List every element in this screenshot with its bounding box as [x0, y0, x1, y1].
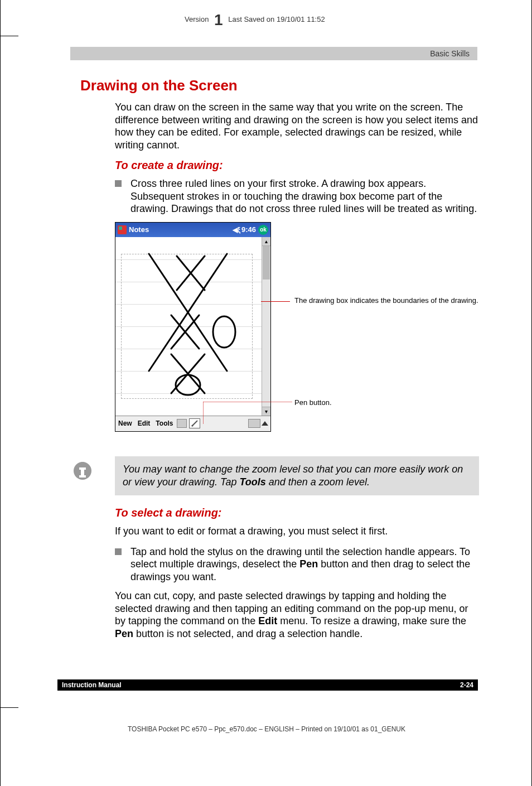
info-icon — [71, 459, 94, 483]
select-intro: If you want to edit or format a drawing,… — [115, 525, 479, 538]
tip-box: You may want to change the zoom level so… — [115, 456, 479, 496]
svg-rect-16 — [79, 475, 86, 478]
pda-app-title: Notes — [129, 225, 149, 234]
saved-timestamp: Last Saved on 19/10/01 11:52 — [228, 15, 325, 23]
pen-button-icon — [189, 418, 200, 428]
cassette-icon — [177, 419, 187, 428]
hand-drawn-strokes — [115, 237, 260, 416]
edit-paragraph: You can cut, copy, and paste selected dr… — [115, 590, 479, 640]
footer-page-number: 2-24 — [460, 681, 473, 689]
footer-left: Instruction Manual — [62, 681, 122, 689]
speaker-icon: ◀ξ — [233, 226, 240, 234]
pda-titlebar: Notes ◀ξ 9:46 ok — [115, 223, 270, 237]
page-title: Drawing on the Screen — [80, 77, 479, 94]
svg-rect-15 — [79, 467, 86, 470]
menu-new: New — [115, 419, 135, 427]
pda-time: 9:46 — [241, 225, 256, 234]
figure-pda: Notes ◀ξ 9:46 ok — [115, 222, 479, 445]
start-flag-icon — [118, 225, 127, 234]
bullet-item: Cross three ruled lines on your first st… — [115, 177, 479, 215]
bullet-text: Cross three ruled lines on your first st… — [130, 177, 479, 215]
svg-point-8 — [213, 316, 235, 348]
intro-paragraph: You can draw on the screen in the same w… — [115, 101, 479, 151]
scroll-up-icon: ▴ — [262, 237, 270, 246]
pda-screenshot: Notes ◀ξ 9:46 ok — [115, 222, 271, 432]
callout-pen-button: Pen button. — [294, 398, 332, 407]
bullet-item: Tap and hold the stylus on the drawing u… — [115, 546, 479, 584]
square-bullet-icon — [115, 180, 122, 187]
section-bar: Basic Skills — [70, 47, 477, 60]
section-bar-text: Basic Skills — [430, 49, 470, 58]
version-number: 1 — [211, 11, 226, 28]
bullet-text: Tap and hold the stylus on the drawing u… — [130, 546, 479, 584]
square-bullet-icon — [115, 548, 122, 555]
tip-text: You may want to change the zoom level so… — [123, 463, 471, 489]
pda-canvas-area — [115, 237, 262, 416]
footer-bar: Instruction Manual 2-24 — [57, 679, 478, 691]
menu-edit: Edit — [135, 419, 153, 427]
callout-line — [203, 402, 298, 427]
subheading-select: To select a drawing: — [115, 507, 479, 519]
subheading-create: To create a drawing: — [115, 159, 479, 172]
callout-line — [261, 301, 290, 302]
callout-drawing-box: The drawing box indicates the boundaries… — [294, 296, 478, 305]
svg-point-13 — [80, 462, 85, 466]
header-version: Version 1 Last Saved on 19/10/01 11:52 — [185, 11, 325, 29]
scroll-thumb — [263, 246, 270, 279]
ok-button-icon: ok — [258, 225, 268, 235]
menu-tools: Tools — [153, 419, 176, 427]
print-footer: TOSHIBA Pocket PC e570 – Ppc_e570.doc – … — [1, 725, 532, 733]
svg-point-11 — [192, 425, 194, 427]
version-label: Version — [185, 15, 209, 23]
scrollbar: ▴ ▾ — [262, 237, 270, 416]
